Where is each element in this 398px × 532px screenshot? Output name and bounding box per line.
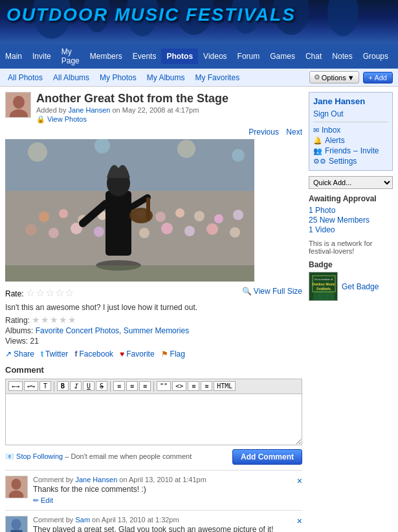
photo-description: Isn't this an awesome shot? I just love … bbox=[5, 303, 302, 312]
nav-mynetwork[interactable]: My Network bbox=[393, 44, 398, 69]
rating-star-2[interactable]: ★ bbox=[41, 315, 49, 325]
comment-label: Comment bbox=[5, 365, 302, 375]
site-title: OUTDOOR MUSIC FESTIVALS bbox=[6, 5, 392, 25]
nav-mypage[interactable]: My Page bbox=[56, 44, 85, 69]
previous-photo-link[interactable]: Previous bbox=[249, 127, 279, 137]
rating-star-4[interactable]: ★ bbox=[59, 315, 67, 325]
toolbar-bold[interactable]: B bbox=[57, 381, 69, 391]
rating-star-5[interactable]: ★ bbox=[68, 315, 76, 325]
comment-date-1: April 13, 2010 at 1:32pm bbox=[102, 516, 179, 524]
photo-rating: Rating: ★ ★ ★ ★ ★ bbox=[5, 315, 302, 325]
sidebar-user-block: Jane Hansen Sign Out ✉ Inbox 🔔 Alerts 👥 … bbox=[309, 92, 393, 171]
next-photo-link[interactable]: Next bbox=[286, 127, 302, 137]
toolbar-quote[interactable]: "" bbox=[157, 381, 171, 391]
gear-sidebar-icon: ⚙ bbox=[313, 157, 326, 166]
svg-point-39 bbox=[11, 478, 21, 489]
nav-videos[interactable]: Videos bbox=[198, 49, 232, 64]
nav-groups[interactable]: Groups bbox=[358, 49, 393, 64]
subnav-all-photos[interactable]: All Photos bbox=[5, 72, 45, 83]
toolbar-align-left[interactable]: ≡ bbox=[113, 381, 125, 391]
rate-star-3[interactable]: ☆ bbox=[45, 287, 54, 299]
view-full-size-link[interactable]: 🔍 View Full Size bbox=[242, 287, 302, 296]
photo-author-link[interactable]: Jane Hansen bbox=[69, 106, 111, 114]
rate-star-5[interactable]: ☆ bbox=[65, 287, 74, 299]
toolbar-text-style[interactable]: T bbox=[39, 381, 51, 391]
badge-image: I'm a member of Outdoor Music Festivals bbox=[309, 272, 338, 301]
toolbar-undo-redo[interactable]: ←→ bbox=[8, 381, 23, 391]
people-icon: 👥 bbox=[313, 147, 322, 155]
nav-invite[interactable]: Invite bbox=[27, 49, 56, 64]
svg-point-14 bbox=[214, 214, 223, 223]
nav-events[interactable]: Events bbox=[127, 49, 162, 64]
subnav-my-photos[interactable]: My Photos bbox=[97, 72, 139, 83]
rating-star-1[interactable]: ★ bbox=[32, 315, 40, 325]
nav-members[interactable]: Members bbox=[85, 49, 127, 64]
toolbar-html[interactable]: HTML bbox=[214, 381, 236, 391]
share-link[interactable]: Share bbox=[5, 349, 34, 359]
album1-link[interactable]: Favorite Concert Photos bbox=[36, 326, 119, 335]
toolbar-divider-3 bbox=[153, 381, 154, 392]
subnav-my-favorites[interactable]: My Favorites bbox=[192, 72, 242, 83]
album2-link[interactable]: Summer Memories bbox=[124, 326, 189, 335]
toolbar-align-center[interactable]: ≡ bbox=[126, 381, 138, 391]
flag-link[interactable]: Flag bbox=[161, 349, 185, 359]
options-button[interactable]: Options ▼ bbox=[309, 71, 359, 83]
sign-out-link[interactable]: Sign Out bbox=[313, 109, 388, 119]
toolbar-strikethrough[interactable]: S bbox=[96, 381, 107, 391]
views-count: 21 bbox=[30, 337, 38, 346]
awaiting-item-0[interactable]: 1 Photo bbox=[309, 206, 393, 215]
comment-body-1: Comment by Sam on April 13, 2010 at 1:32… bbox=[33, 516, 302, 532]
comment-edit-0[interactable]: ✏ Edit bbox=[33, 496, 302, 505]
nav-main[interactable]: Main bbox=[0, 49, 27, 64]
subnav-all-albums[interactable]: All Albums bbox=[50, 72, 92, 83]
nav-notes[interactable]: Notes bbox=[327, 49, 357, 64]
friends-link[interactable]: 👥 Friends – Invite bbox=[313, 146, 388, 156]
gear-icon bbox=[314, 73, 320, 82]
settings-link[interactable]: ⚙ Settings bbox=[313, 156, 388, 166]
svg-point-15 bbox=[233, 210, 243, 220]
comment-close-1[interactable]: × bbox=[297, 516, 302, 526]
nav-photos[interactable]: Photos bbox=[161, 49, 198, 64]
nav-forum[interactable]: Forum bbox=[232, 49, 265, 64]
get-badge-link[interactable]: Get Badge bbox=[342, 282, 379, 291]
toolbar-underline[interactable]: U bbox=[83, 381, 94, 391]
comment-close-0[interactable]: × bbox=[297, 476, 302, 486]
awaiting-item-2[interactable]: 1 Video bbox=[309, 225, 393, 234]
photo-date: May 22, 2008 at 4:17pm bbox=[122, 106, 199, 114]
svg-text:I'm a member of: I'm a member of bbox=[315, 278, 334, 281]
svg-point-11 bbox=[155, 212, 166, 222]
rating-stars[interactable]: ★ ★ ★ ★ ★ bbox=[32, 315, 76, 325]
toolbar-list-ul[interactable]: ≡ bbox=[188, 381, 199, 391]
inbox-link[interactable]: ✉ Inbox bbox=[313, 125, 388, 135]
rate-star-2[interactable]: ☆ bbox=[36, 287, 45, 299]
twitter-link[interactable]: Twitter bbox=[41, 349, 68, 359]
alerts-link[interactable]: 🔔 Alerts bbox=[313, 135, 388, 146]
rate-star-4[interactable]: ☆ bbox=[55, 287, 64, 299]
nav-chat[interactable]: Chat bbox=[300, 49, 327, 64]
toolbar-code[interactable]: <> bbox=[172, 381, 186, 391]
add-comment-button[interactable]: Add Comment bbox=[232, 449, 302, 465]
nav-games[interactable]: Games bbox=[265, 49, 300, 64]
rate-view-section: Rate: ☆ ☆ ☆ ☆ ☆ 🔍 View Full Size bbox=[5, 287, 302, 299]
stop-following-link[interactable]: Stop Following bbox=[16, 452, 63, 460]
comment-author-0[interactable]: Jane Hansen bbox=[75, 476, 117, 483]
add-button[interactable]: + Add bbox=[363, 72, 393, 83]
rating-star-3[interactable]: ★ bbox=[50, 315, 58, 325]
awaiting-item-1[interactable]: 25 New Members bbox=[309, 216, 393, 225]
comment-body-0: Comment by Jane Hansen on April 13, 2010… bbox=[33, 476, 302, 505]
toolbar-arrows[interactable]: ↩↪ bbox=[24, 381, 38, 391]
comment-date-0: April 13, 2010 at 1:41pm bbox=[129, 476, 206, 483]
comment-entry: Comment by Jane Hansen on April 13, 2010… bbox=[5, 470, 302, 510]
toolbar-italic[interactable]: I bbox=[70, 381, 82, 391]
subnav-my-albums[interactable]: My Albums bbox=[144, 72, 188, 83]
toolbar-list-ol[interactable]: ≡ bbox=[201, 381, 212, 391]
comment-input[interactable] bbox=[5, 393, 302, 445]
rate-stars[interactable]: ☆ ☆ ☆ ☆ ☆ bbox=[26, 287, 74, 299]
favorite-link[interactable]: Favorite bbox=[120, 349, 154, 359]
facebook-link[interactable]: f Facebook bbox=[74, 349, 113, 359]
rate-star-1[interactable]: ☆ bbox=[26, 287, 35, 299]
toolbar-align-right[interactable]: ≡ bbox=[139, 381, 151, 391]
comment-author-1[interactable]: Sam bbox=[75, 516, 90, 524]
view-photos-link[interactable]: 🔒 View Photos bbox=[36, 115, 228, 124]
quick-add-select[interactable]: Quick Add... bbox=[309, 176, 393, 189]
